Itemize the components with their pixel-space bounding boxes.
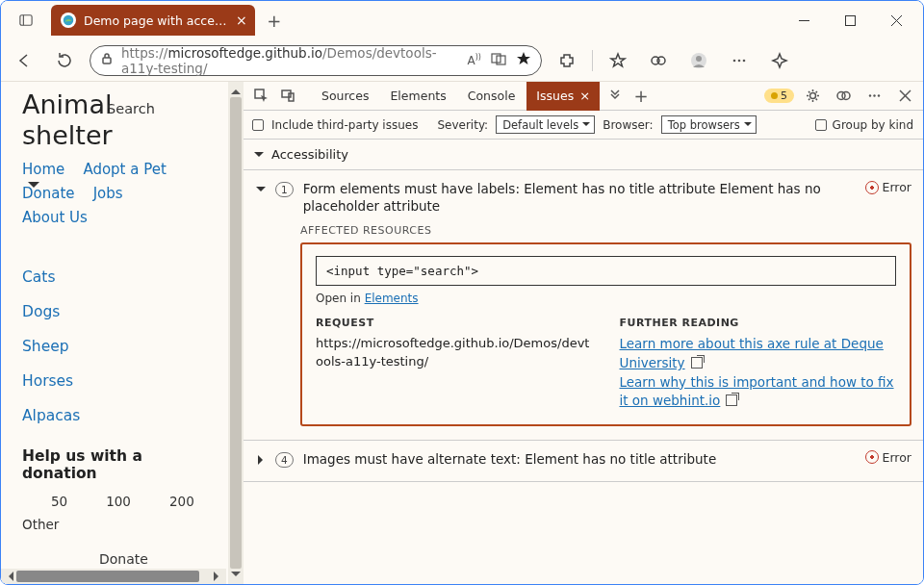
tab-favicon (61, 13, 76, 28)
browser-label: Browser: (603, 118, 653, 132)
further-link-webhint[interactable]: Learn why this is important and how to f… (620, 374, 894, 409)
nav-cats[interactable]: Cats (22, 268, 217, 286)
affected-resources-box: <input type="search"> Open in Elements R… (300, 242, 911, 425)
window-titlebar: Demo page with accessibility iss × + (1, 1, 923, 39)
nav-about[interactable]: About Us (22, 209, 88, 226)
issue-severity: Error (865, 450, 911, 465)
profile-icon[interactable] (683, 45, 714, 76)
issue-row: 4 Images must have alternate text: Eleme… (243, 441, 923, 482)
warning-badge[interactable]: 5 (764, 89, 794, 103)
extensions-icon[interactable] (552, 45, 582, 76)
open-in-elements-link[interactable]: Elements (365, 292, 419, 305)
reader-mode-icon[interactable]: A)) (468, 53, 481, 67)
groupby-checkbox[interactable] (815, 119, 827, 131)
tab-console[interactable]: Console (458, 82, 526, 111)
copilot-icon[interactable] (764, 45, 795, 76)
favorite-icon[interactable] (516, 51, 531, 69)
request-label: REQUEST (316, 317, 593, 329)
svg-point-13 (696, 56, 702, 62)
nav-jobs[interactable]: Jobs (93, 185, 123, 202)
tab-sources[interactable]: Sources (312, 82, 378, 111)
primary-nav: Home Adopt a Pet Donate Jobs About Us (22, 160, 217, 232)
third-party-label: Include third-party issues (271, 118, 418, 132)
window-maximize-button[interactable] (829, 6, 871, 35)
issue-title: Images must have alternate text: Element… (303, 450, 856, 468)
more-tabs-icon[interactable] (602, 84, 627, 109)
search-label: Search (107, 101, 155, 116)
window-close-button[interactable] (875, 6, 917, 35)
further-reading-label: FURTHER READING (620, 317, 897, 329)
issue-toggle-icon[interactable] (258, 455, 268, 465)
svg-point-22 (842, 92, 850, 100)
browser-tab[interactable]: Demo page with accessibility iss × (51, 5, 255, 36)
amount-other[interactable]: Other (22, 517, 217, 532)
affected-resources-label: AFFECTED RESOURCES (300, 224, 911, 237)
devtools-close-icon[interactable] (892, 84, 917, 109)
refresh-button[interactable] (49, 45, 80, 76)
page-title: Animalshelter (22, 89, 217, 152)
feedback-icon[interactable] (831, 84, 856, 109)
severity-select[interactable]: Default levels (496, 115, 595, 134)
request-url: https://microsoftedge.github.io/Demos/de… (316, 335, 593, 369)
tab-title: Demo page with accessibility iss (84, 13, 228, 28)
svg-point-23 (868, 94, 870, 96)
nav-horses[interactable]: Horses (22, 372, 217, 390)
category-accessibility[interactable]: Accessibility (243, 140, 923, 170)
window-minimize-button[interactable] (783, 6, 825, 35)
open-in: Open in Elements (316, 292, 896, 305)
issue-row: 1 Form elements must have labels: Elemen… (243, 170, 923, 441)
nav-sheep[interactable]: Sheep (22, 338, 217, 355)
address-bar[interactable]: https://microsoftedge.github.io/Demos/de… (90, 45, 542, 76)
external-icon (726, 394, 737, 406)
tab-issues[interactable]: Issues× (526, 82, 600, 111)
nav-adopt[interactable]: Adopt a Pet (83, 161, 166, 178)
issues-filter-bar: Include third-party issues Severity: Def… (243, 111, 923, 140)
inspect-icon[interactable] (248, 84, 273, 109)
translate-icon[interactable] (491, 51, 506, 69)
svg-point-20 (809, 93, 815, 99)
settings-icon[interactable] (800, 84, 825, 109)
further-link-deque[interactable]: Learn more about this axe rule at Deque … (620, 336, 884, 370)
page-vscrollbar[interactable] (228, 82, 244, 584)
back-button[interactable] (9, 45, 39, 76)
donate-button[interactable]: Donate (22, 551, 217, 567)
issue-severity: Error (865, 180, 911, 194)
new-tab-button[interactable]: + (261, 7, 288, 34)
page-viewport: Animalshelter Search Home Adopt a Pet Do… (1, 82, 238, 585)
url-text: https://microsoftedge.github.io/Demos/de… (121, 45, 460, 76)
svg-point-25 (877, 94, 879, 96)
donation-heading: Help us with a donation (22, 447, 217, 482)
tab-actions-icon[interactable] (7, 13, 45, 27)
device-icon[interactable] (275, 84, 300, 109)
amount-50[interactable]: 50 (51, 494, 67, 509)
nav-home[interactable]: Home (22, 161, 64, 178)
page-hscrollbar[interactable] (1, 569, 226, 584)
devtools-more-icon[interactable] (861, 84, 886, 109)
favorites-icon[interactable] (603, 45, 633, 76)
browser-toolbar: https://microsoftedge.github.io/Demos/de… (1, 39, 923, 82)
amount-100[interactable]: 100 (106, 494, 131, 509)
third-party-checkbox[interactable] (252, 119, 264, 131)
more-icon[interactable] (724, 45, 755, 76)
nav-alpacas[interactable]: Alpacas (22, 407, 217, 424)
collections-icon[interactable] (643, 45, 674, 76)
devtools-panel: Sources Elements Console Issues× + 5 Inc… (242, 82, 923, 584)
donation-amounts: 50 100 200 (22, 494, 217, 509)
issue-count: 4 (275, 452, 294, 468)
amount-200[interactable]: 200 (169, 494, 194, 509)
tab-close-icon[interactable]: × (579, 89, 590, 103)
svg-rect-0 (20, 15, 32, 26)
svg-point-24 (873, 94, 875, 96)
svg-point-15 (738, 59, 741, 62)
svg-point-16 (743, 59, 746, 62)
resource-code[interactable]: <input type="search"> (316, 256, 896, 286)
devtools-tabbar: Sources Elements Console Issues× + 5 (243, 82, 923, 111)
tab-close-icon[interactable]: × (236, 13, 247, 28)
site-info-icon[interactable] (100, 52, 114, 68)
nav-dogs[interactable]: Dogs (22, 303, 217, 320)
new-tab-icon[interactable]: + (629, 84, 654, 109)
browser-select[interactable]: Top browsers (661, 115, 757, 134)
severity-label: Severity: (437, 118, 488, 132)
issue-toggle-icon[interactable] (256, 187, 266, 196)
tab-elements[interactable]: Elements (380, 82, 455, 111)
